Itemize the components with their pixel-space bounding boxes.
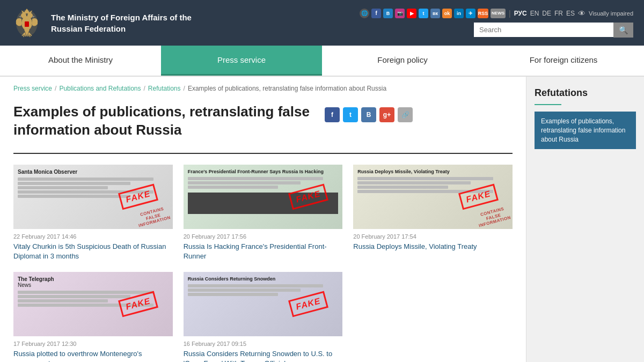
breadcrumb-sep-2: /	[143, 85, 145, 92]
search-input[interactable]	[474, 23, 613, 37]
search-bar: 🔍	[474, 23, 633, 38]
share-link[interactable]: 🔗	[398, 107, 413, 122]
np-line	[18, 291, 153, 294]
article-title-2[interactable]: Russia Is Hacking France's Presidential …	[184, 242, 327, 260]
breadcrumb-sep-3: /	[184, 85, 185, 92]
breadcrumb-press-service[interactable]: Press service	[13, 85, 52, 92]
lang-rus[interactable]: РУС	[514, 10, 527, 17]
np-line	[18, 178, 153, 181]
nav-press-service[interactable]: Press service	[161, 46, 322, 76]
sidebar-divider	[535, 104, 561, 105]
np-title-4: The TelegraphNews	[18, 276, 169, 288]
eagle-logo	[12, 7, 42, 39]
livejournal-icon[interactable]: B	[383, 9, 393, 18]
nav-foreign-policy[interactable]: Foreign policy	[322, 46, 483, 76]
sidebar-item-examples[interactable]: Examples of publications, retranslating …	[535, 112, 636, 149]
article-thumb-1: Santa Monica Observer FAKE CONTAINSFALSE…	[13, 165, 173, 229]
lang-en[interactable]: EN	[530, 10, 539, 17]
title-divider	[13, 153, 513, 154]
logo-emblem	[11, 5, 43, 40]
breadcrumb-current: Examples of publications, retranslating …	[188, 85, 386, 92]
article-date-5: 16 February 2017 09:15	[184, 341, 343, 347]
nav-about-ministry[interactable]: About the Ministry	[0, 46, 161, 76]
header-right: 🌐 f B 📷 ▶ t вк ok in ✈ RSS NEWS | РУС EN…	[360, 9, 633, 38]
np-line	[357, 177, 493, 180]
news-icon[interactable]: NEWS	[491, 9, 506, 18]
np-line	[18, 295, 130, 298]
np-line	[188, 289, 301, 292]
article-card-4[interactable]: The TelegraphNews FAKE 17 February 2017 …	[13, 272, 173, 362]
header-top-bar: 🌐 f B 📷 ▶ t вк ok in ✈ RSS NEWS | РУС EN…	[360, 9, 633, 18]
share-facebook[interactable]: f	[325, 107, 340, 122]
np-line	[188, 181, 301, 184]
article-thumb-4: The TelegraphNews FAKE	[13, 272, 173, 336]
np-line	[18, 186, 108, 189]
eye-icon[interactable]: 👁	[578, 9, 586, 18]
article-thumb-inner-3: Russia Deploys Missile, Violating Treaty…	[353, 165, 513, 229]
article-card-5[interactable]: Russia Considers Returning Snowden FAKE …	[184, 272, 343, 362]
article-thumb-2: France's Presidential Front-Runner Says …	[184, 165, 343, 229]
np-line	[357, 186, 448, 189]
lang-separator: |	[509, 9, 511, 18]
article-thumb-3: Russia Deploys Missile, Violating Treaty…	[353, 165, 513, 229]
article-thumb-inner-2: France's Presidential Front-Runner Says …	[184, 165, 343, 229]
article-thumb-5: Russia Considers Returning Snowden FAKE	[184, 272, 343, 336]
language-bar: РУС EN DE FR ES 👁 Visually impaired	[514, 9, 633, 18]
site-title: The Ministry of Foreign Affairs of the R…	[51, 12, 192, 34]
np-line	[18, 195, 130, 198]
youtube-icon[interactable]: ▶	[407, 9, 416, 18]
share-icons: f t B g+ 🔗	[325, 107, 413, 122]
article-card-2[interactable]: France's Presidential Front-Runner Says …	[184, 165, 343, 261]
odnoklassniki-icon[interactable]: ok	[442, 9, 452, 18]
breadcrumb-refutations[interactable]: Refutations	[148, 85, 181, 92]
vk-icon[interactable]: вк	[430, 9, 440, 18]
telegram-icon[interactable]: ✈	[466, 9, 475, 18]
article-title-5[interactable]: Russia Considers Returning Snowden to U.…	[184, 350, 332, 362]
share-vk[interactable]: B	[361, 107, 376, 122]
twitter-icon[interactable]: t	[419, 9, 428, 18]
instagram-icon[interactable]: 📷	[395, 9, 405, 18]
facebook-icon[interactable]: f	[371, 9, 381, 18]
article-title-3[interactable]: Russia Deploys Missile, Violating Treaty	[353, 242, 477, 250]
main-navigation: About the Ministry Press service Foreign…	[0, 46, 644, 77]
np-line	[18, 182, 130, 185]
article-thumb-inner-5: Russia Considers Returning Snowden FAKE	[184, 272, 343, 336]
article-title-1[interactable]: Vitaly Churkin is 5th Suspicious Death o…	[13, 242, 166, 260]
breadcrumb: Press service / Publications and Refutat…	[13, 85, 513, 92]
article-date-1: 22 February 2017 14:46	[13, 233, 173, 240]
visually-impaired-link[interactable]: Visually impaired	[589, 10, 633, 17]
svg-point-3	[21, 13, 26, 18]
np-title-2: France's Presidential Front-Runner Says …	[188, 169, 339, 174]
share-twitter[interactable]: t	[343, 107, 358, 122]
share-googleplus[interactable]: g+	[379, 107, 394, 122]
articles-section: Santa Monica Observer FAKE CONTAINSFALSE…	[13, 165, 513, 362]
article-date-2: 20 February 2017 17:56	[184, 233, 343, 240]
site-header: The Ministry of Foreign Affairs of the R…	[0, 0, 644, 46]
lang-fr[interactable]: FR	[554, 10, 563, 17]
globe-icon[interactable]: 🌐	[360, 9, 369, 18]
breadcrumb-publications[interactable]: Publications and Refutations	[59, 85, 141, 92]
articles-grid: Santa Monica Observer FAKE CONTAINSFALSE…	[13, 165, 513, 362]
np-line	[188, 186, 278, 189]
content-wrapper: Press service / Publications and Refutat…	[0, 77, 644, 362]
np-title-3: Russia Deploys Missile, Violating Treaty	[357, 169, 508, 174]
linkedin-icon[interactable]: in	[454, 9, 464, 18]
title-share-section: Examples of publications, retranslating …	[13, 103, 513, 147]
search-button[interactable]: 🔍	[613, 23, 633, 38]
np-title-5: Russia Considers Returning Snowden	[188, 276, 339, 282]
article-date-4: 17 February 2017 12:30	[13, 341, 173, 347]
np-line	[357, 181, 470, 184]
page-title: Examples of publications, retranslating …	[13, 103, 314, 139]
rss-icon[interactable]: RSS	[478, 9, 488, 18]
lang-es[interactable]: ES	[566, 10, 575, 17]
np-line	[188, 293, 278, 296]
sidebar-title: Refutations	[535, 87, 636, 99]
article-title-4[interactable]: Russia plotted to overthrow Montenegro's…	[13, 350, 142, 362]
article-thumb-inner-4: The TelegraphNews FAKE	[13, 272, 173, 336]
lang-de[interactable]: DE	[542, 10, 551, 17]
main-content: Press service / Publications and Refutat…	[0, 77, 526, 362]
article-card-1[interactable]: Santa Monica Observer FAKE CONTAINSFALSE…	[13, 165, 173, 261]
article-card-3[interactable]: Russia Deploys Missile, Violating Treaty…	[353, 165, 513, 261]
article-thumb-inner-1: Santa Monica Observer FAKE CONTAINSFALSE…	[13, 165, 173, 229]
nav-foreign-citizens[interactable]: For foreign citizens	[483, 46, 644, 76]
